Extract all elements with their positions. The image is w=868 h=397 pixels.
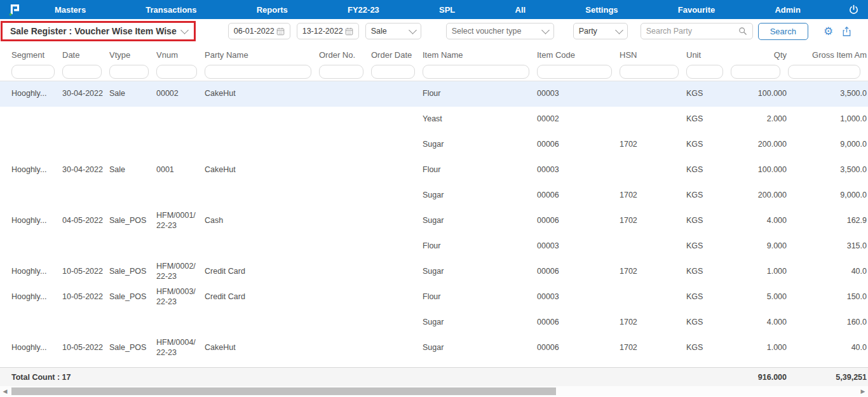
table-row[interactable]: Hooghly...30-04-2022Sale0001CakeHutFlour… [0,158,868,183]
cell-gross: 3,500.0 [788,89,868,99]
party-search-box [641,23,753,39]
filter-input-segment[interactable] [11,65,55,79]
filter-input-vtype[interactable] [109,65,149,79]
table-row[interactable]: Hooghly...30-04-2022Sale00002CakeHutFlou… [0,81,868,107]
filter-input-order_date[interactable] [371,65,415,79]
report-title-dropdown[interactable]: Sale Register : Voucher Wise Item Wise [1,21,196,41]
cell-hsn: 1702 [620,140,686,150]
search-icon [738,27,747,36]
cell-segment: Hooghly... [11,89,62,99]
cell-item_name: Flour [423,165,537,175]
cell-item_code: 00003 [537,292,620,302]
cell-segment: Hooghly... [11,267,62,277]
calendar-icon [345,27,353,36]
cell-item_name: Sugar [423,191,537,201]
cell-gross: 40.0 [788,343,868,353]
nav-item-reports[interactable]: Reports [257,5,288,15]
cell-date: 10-05-2022 [62,292,109,302]
party-search-input[interactable] [646,27,722,36]
cell-item_code: 00006 [537,216,620,226]
table-row[interactable]: Hooghly...04-05-2022Sale_POSHFM/0001/22-… [0,208,868,234]
filter-input-item_name[interactable] [423,65,529,79]
nav-item-admin[interactable]: Admin [775,5,800,15]
column-header-order_date: Order Date [371,50,423,60]
nav-item-settings[interactable]: Settings [585,5,618,15]
filter-by-select[interactable]: Party [573,23,628,39]
nav-items: MastersTransactionsReportsFY22-23SPLAllS… [29,5,839,15]
cell-unit: KGS [686,165,731,175]
cell-item_name: Sugar [423,318,537,328]
nav-item-masters[interactable]: Masters [55,5,86,15]
cell-vnum: 0001 [156,165,205,175]
search-button[interactable]: Search [758,23,808,40]
cell-item_code: 00006 [537,318,620,328]
cell-party: Cash [205,216,319,226]
filter-input-order_no[interactable] [319,65,363,79]
nav-item-fy22-23[interactable]: FY22-23 [348,5,379,15]
date-to-field[interactable]: 13-12-2022 [297,23,359,39]
scroll-left-arrow[interactable]: ◀ [0,386,10,396]
column-header-gross: Gross Item Am [788,50,868,60]
cell-unit: KGS [686,318,731,328]
nav-item-all[interactable]: All [515,5,526,15]
voucher-category-select[interactable]: Sale [365,23,421,39]
table-row[interactable]: Yeast00002KGS2.0001,000.0 [0,107,868,132]
cell-segment: Hooghly... [11,292,62,302]
filter-input-vnum[interactable] [156,65,197,79]
table-row[interactable]: Sugar000061702KGS4.000160.0 [0,310,868,335]
column-header-vnum: Vnum [156,50,205,60]
table-row[interactable]: Sugar000061702KGS200.0009,000.0 [0,183,868,208]
table-row[interactable]: Sugar000061702KGS200.0009,000.0 [0,132,868,158]
nav-item-spl[interactable]: SPL [439,5,455,15]
cell-segment: Hooghly... [11,165,62,175]
nav-item-transactions[interactable]: Transactions [146,5,196,15]
export-icon[interactable] [842,26,851,37]
table-row[interactable]: Flour00003KGS9.000315.0 [0,234,868,259]
date-from-field[interactable]: 06-01-2022 [228,23,290,39]
filter-input-date[interactable] [62,65,102,79]
voucher-category-value: Sale [371,27,387,36]
cell-item_code: 00003 [537,165,620,175]
filter-input-gross[interactable] [788,65,860,79]
cell-qty: 4.000 [731,318,788,328]
cell-unit: KGS [686,140,731,150]
cell-gross: 40.0 [788,267,868,277]
power-icon [848,4,859,15]
voucher-type-select[interactable]: Select voucher type [446,23,554,39]
cell-date: 30-04-2022 [62,89,109,99]
calendar-icon [276,27,285,36]
table-row[interactable]: Hooghly...10-05-2022Sale_POSHFM/0002/22-… [0,259,868,285]
filter-input-unit[interactable] [686,65,723,79]
cell-item_code: 00003 [537,89,620,99]
nav-item-favourite[interactable]: Favourite [678,5,715,15]
cell-vtype: Sale_POS [109,292,156,302]
cell-unit: KGS [686,343,731,353]
logo-icon [8,2,22,17]
power-button[interactable] [839,4,868,15]
filter-input-party[interactable] [205,65,311,79]
cell-vtype: Sale_POS [109,343,156,353]
column-header-date: Date [62,50,109,60]
horizontal-scrollbar: ◀ ▶ [0,386,868,396]
cell-item_code: 00002 [537,114,620,124]
table-body: Hooghly...30-04-2022Sale00002CakeHutFlou… [0,81,868,361]
table-row[interactable]: Hooghly...10-05-2022Sale_POSHFM/0003/22-… [0,285,868,310]
cell-date: 04-05-2022 [62,216,109,226]
cell-item_name: Flour [423,241,537,252]
table-row[interactable]: Hooghly...10-05-2022Sale_POSHFM/0004/22-… [0,335,868,361]
scroll-right-arrow[interactable]: ▶ [858,386,868,396]
cell-segment: Hooghly... [11,343,62,353]
scrollbar-thumb[interactable] [11,387,556,395]
app-logo[interactable] [0,2,29,17]
filter-input-hsn[interactable] [620,65,679,79]
voucher-type-placeholder: Select voucher type [452,27,522,36]
date-from-value: 06-01-2022 [234,27,275,36]
cell-gross: 9,000.0 [788,191,868,201]
scrollbar-track[interactable] [10,387,858,395]
gear-icon[interactable]: ⚙ [824,26,833,37]
filter-input-item_code[interactable] [537,65,612,79]
cell-qty: 100.000 [731,89,788,99]
filter-input-qty[interactable] [731,65,780,79]
table-footer: Total Count : 17 916.000 5,39,251 [0,367,868,386]
amount-total: 5,39,251 [788,373,868,382]
